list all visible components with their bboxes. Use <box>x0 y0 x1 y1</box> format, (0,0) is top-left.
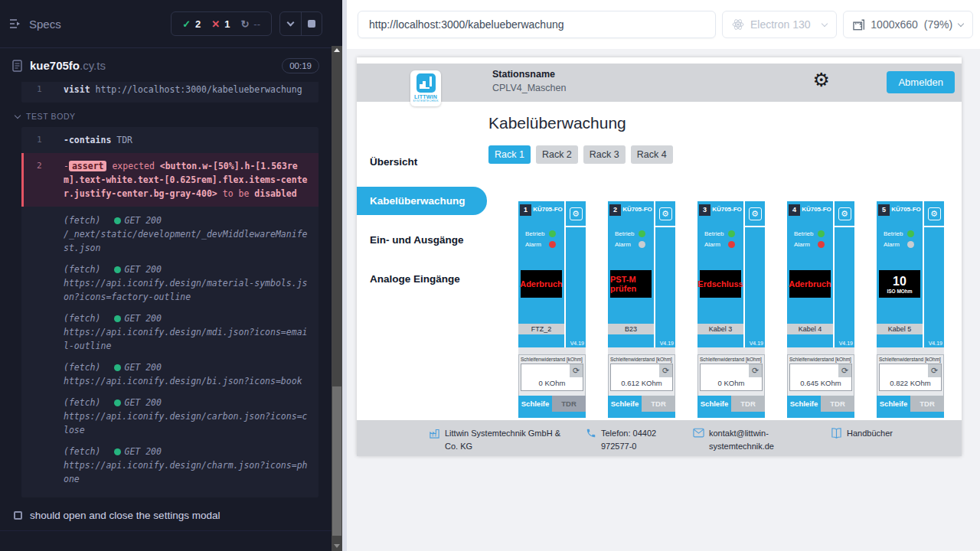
logout-button[interactable]: Abmelden <box>887 71 955 93</box>
tdr-button[interactable]: TDR <box>731 396 765 412</box>
tab-rack-2[interactable]: Rack 2 <box>536 145 578 164</box>
scrollbar-thumb[interactable] <box>332 386 341 536</box>
refresh-button[interactable]: ⟳ <box>749 364 762 377</box>
scroll-down-arrow[interactable] <box>334 544 340 548</box>
refresh-button[interactable]: ⟳ <box>838 364 851 377</box>
footer-email[interactable]: kontakt@littwin-systemtechnik.de <box>693 427 800 452</box>
collapse-button[interactable] <box>280 12 301 35</box>
loop-resistance-panel: Schleifenwiderstand [kOhm] ⟳ 0.645 KOhm <box>787 354 854 396</box>
status-dot <box>114 399 121 406</box>
stat-failed: ✕1 <box>211 18 230 30</box>
fetch-log-row[interactable]: (fetch)GET 200 https://api.iconify.desig… <box>21 392 318 441</box>
page-title: Kabelüberwachung <box>488 114 962 132</box>
card-settings-gear-icon[interactable]: ⚙ <box>749 207 762 220</box>
loop-resistance-panel: Schleifenwiderstand [kOhm] ⟳ 0 KOhm <box>518 354 586 396</box>
url-bar[interactable]: http://localhost:3000/kabelueberwachung <box>358 11 716 38</box>
value-box: ⟳ 0.822 KOhm <box>879 364 942 391</box>
betrieb-led <box>549 230 556 237</box>
cable-name: Kabel 4 <box>787 324 833 334</box>
status-dot <box>114 266 121 273</box>
app-footer: Littwin Systemtechnik GmbH & Co. KG Tele… <box>357 420 962 456</box>
card-settings-gear-icon[interactable]: ⚙ <box>570 207 583 220</box>
card-settings-gear-icon[interactable]: ⚙ <box>659 207 672 220</box>
device-card-2: 2KÜ705-FO Betrieb Alarm PST-M prüfen B23 <box>608 201 675 418</box>
command-visit[interactable]: 1 visit http://localhost:3000/kabelueber… <box>21 82 318 99</box>
tdr-button[interactable]: TDR <box>552 396 586 412</box>
alarm-led <box>818 241 825 248</box>
x-icon: ✕ <box>211 18 220 30</box>
fetch-log-row[interactable]: (fetch)GET 200 /_next/static/development… <box>21 210 318 259</box>
sidebar-item-ein-und-ausgaenge[interactable]: Ein- und Ausgänge <box>357 226 487 254</box>
refresh-button[interactable]: ⟳ <box>570 364 583 377</box>
url-text: http://localhost:3000/kabelueberwachung <box>369 18 564 31</box>
device-cards: 1KÜ705-FO Betrieb Alarm Aderbruch FTZ_2 <box>518 201 962 418</box>
spec-name: kue705fo.cy.ts <box>30 59 106 72</box>
tdr-button[interactable]: TDR <box>821 396 854 412</box>
schleife-button[interactable]: Schleife <box>697 396 731 412</box>
tdr-button[interactable]: TDR <box>910 396 944 412</box>
status-display: Aderbruch <box>521 270 562 298</box>
factory-icon <box>429 428 440 439</box>
card-settings-gear-icon[interactable]: ⚙ <box>928 207 941 220</box>
betrieb-led <box>639 230 645 237</box>
loop-resistance-panel: Schleifenwiderstand [kOhm] ⟳ 0.822 KOhm <box>877 354 944 396</box>
fetch-log-row[interactable]: (fetch)GET 200 https://api.iconify.desig… <box>21 357 318 392</box>
device-card-4: 4KÜ705-FO Betrieb Alarm Aderbruch Kabel … <box>787 201 854 418</box>
status-dot <box>114 315 121 322</box>
schleife-button[interactable]: Schleife <box>787 396 821 412</box>
tab-rack-4[interactable]: Rack 4 <box>631 145 673 164</box>
refresh-icon: ↻ <box>240 18 249 30</box>
resistance-value: 0 KOhm <box>539 379 566 387</box>
specs-button[interactable]: Specs <box>9 18 61 31</box>
viewport-size-label: 1000x660 <box>871 18 918 31</box>
cable-name: Kabel 5 <box>877 324 923 334</box>
tab-rack-1[interactable]: Rack 1 <box>488 145 531 164</box>
command-contains[interactable]: 1 -contains TDR <box>21 130 318 150</box>
station-info: Stationsname CPLV4_Maschen <box>492 69 566 93</box>
tab-rack-3[interactable]: Rack 3 <box>583 145 626 164</box>
schleife-button[interactable]: Schleife <box>518 396 552 412</box>
card-title: KÜ705-FO <box>531 206 564 213</box>
schleife-button[interactable]: Schleife <box>608 396 642 412</box>
settings-gear-icon[interactable]: ⚙ <box>813 70 830 90</box>
command-assert-failed[interactable]: 2 -assert expected <button.w-[50%].h-[1.… <box>21 153 318 207</box>
device-card-1: 1KÜ705-FO Betrieb Alarm Aderbruch FTZ_2 <box>518 201 586 418</box>
alarm-led <box>728 241 735 248</box>
card-title: KÜ705-FO <box>890 206 923 213</box>
sidebar-item-analoge-eingaenge[interactable]: Analoge Eingänge <box>357 265 487 293</box>
sidebar-item-kabelueberwachung[interactable]: Kabelüberwachung <box>357 187 487 215</box>
status-display: Erdschluss <box>700 270 741 298</box>
tdr-button[interactable]: TDR <box>642 396 675 412</box>
browser-selector[interactable]: Electron 130 <box>722 11 837 38</box>
stop-button[interactable] <box>301 12 322 35</box>
footer-phone[interactable]: Telefon: 04402 972577-0 <box>586 427 685 452</box>
cable-name: B23 <box>608 324 654 334</box>
aut-background: Stationsname CPLV4_Maschen ⚙ Abmelden LI… <box>347 49 980 551</box>
chevron-down-icon <box>958 21 964 27</box>
station-name: CPLV4_Maschen <box>492 83 566 93</box>
next-test-row[interactable]: should open and close the settings modal <box>14 510 332 521</box>
fetch-log-row[interactable]: (fetch)GET 200 https://api.iconify.desig… <box>21 259 318 308</box>
sidebar-item-uebersicht[interactable]: Übersicht <box>357 148 487 176</box>
test-stats: ✓2 ✕1 ↻-- <box>171 11 272 36</box>
scrollbar-track[interactable] <box>332 46 342 551</box>
spec-file-row[interactable]: kue705fo.cy.ts 00:19 <box>0 49 332 82</box>
fetch-log-row[interactable]: (fetch)GET 200 https://api.iconify.desig… <box>21 441 318 490</box>
scroll-up-arrow[interactable] <box>334 48 340 52</box>
reporter-scrollbar[interactable] <box>332 0 342 551</box>
footer-manuals[interactable]: Handbücher <box>831 427 893 440</box>
ruler-icon <box>853 19 864 31</box>
value-box: ⟳ 0.645 KOhm <box>789 364 852 391</box>
refresh-button[interactable]: ⟳ <box>659 364 672 377</box>
fetch-log-row[interactable]: (fetch)GET 200 https://api.iconify.desig… <box>21 308 318 357</box>
card-settings-gear-icon[interactable]: ⚙ <box>838 207 851 220</box>
refresh-button[interactable]: ⟳ <box>928 364 941 377</box>
loop-resistance-panel: Schleifenwiderstand [kOhm] ⟳ 0.612 KOhm <box>608 354 675 396</box>
test-body-header[interactable]: TEST BODY <box>15 112 332 121</box>
status-dot <box>114 448 121 455</box>
card-number: 1 <box>520 204 531 216</box>
specs-list-icon <box>9 18 22 29</box>
firmware-version: V4.19 <box>835 334 854 347</box>
viewport-selector[interactable]: 1000x660 (79%) <box>843 11 973 38</box>
schleife-button[interactable]: Schleife <box>877 396 910 412</box>
